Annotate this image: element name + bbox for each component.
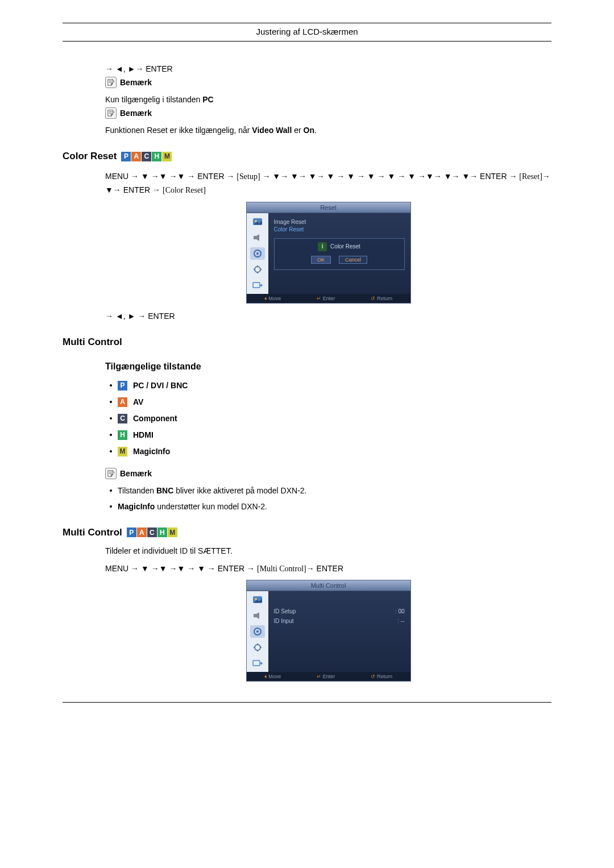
badge-icon: C xyxy=(118,414,127,423)
osd-cancel-button: Cancel xyxy=(339,256,367,264)
note-icon xyxy=(105,468,117,479)
svg-point-12 xyxy=(255,645,260,650)
osd-row: ID Setup : 00 xyxy=(274,608,405,614)
badge-m-icon: M xyxy=(162,152,172,161)
badge-h-icon: H xyxy=(152,152,161,161)
note-label: Bemærk xyxy=(120,469,152,478)
nav-sequence: → ◄, ► → ENTER xyxy=(105,312,551,321)
section-heading-multi-control-2: Multi Control P A C H M xyxy=(63,527,551,538)
osd-input-icon xyxy=(250,279,265,292)
badge-c-icon: C xyxy=(142,152,151,161)
badge-p-icon: P xyxy=(127,528,136,537)
svg-rect-2 xyxy=(254,236,256,239)
osd-item-selected: Color Reset xyxy=(274,226,405,232)
mode-label: Component xyxy=(133,414,177,423)
svg-point-5 xyxy=(255,267,260,272)
badge-h-icon: H xyxy=(157,528,167,537)
body-text: Tildeler et individuelt ID til SÆTTET. xyxy=(105,546,551,555)
badge-icon: H xyxy=(118,430,127,440)
osd-sound-icon xyxy=(250,231,265,244)
section-heading-multi-control: Multi Control xyxy=(63,337,551,348)
osd-dialog: i Color Reset OK Cancel xyxy=(274,238,405,270)
svg-point-1 xyxy=(255,220,257,222)
osd-title: Multi Control xyxy=(247,580,410,591)
note-label: Bemærk xyxy=(120,78,152,87)
mode-item: HHDMI xyxy=(110,430,551,440)
menu-path: MENU → ▼ →▼ →▼ → ENTER → [Setup] → ▼→ ▼→… xyxy=(105,170,551,197)
nav-sequence: → ◄, ►→ ENTER xyxy=(105,64,551,73)
osd-row: ID Input : -- xyxy=(274,618,405,624)
badge-m-icon: M xyxy=(168,528,177,537)
osd-picture-icon xyxy=(250,215,265,228)
badge-a-icon: A xyxy=(131,152,141,161)
svg-rect-9 xyxy=(254,614,256,617)
mode-label: HDMI xyxy=(133,430,154,439)
osd-setup-icon xyxy=(250,625,265,638)
badge-icon: P xyxy=(118,381,127,391)
svg-rect-13 xyxy=(253,661,260,666)
menu-path: MENU → ▼ →▼ →▼ → ▼ → ENTER → [Multi Cont… xyxy=(105,562,551,576)
badge-p-icon: P xyxy=(121,152,131,161)
mode-item: MMagicInfo xyxy=(110,447,551,456)
osd-picture-icon xyxy=(250,593,265,606)
osd-setup-icon xyxy=(250,247,265,260)
mode-item: PPC / DVI / BNC xyxy=(110,381,551,391)
page-title: Justering af LCD-skærmen xyxy=(63,27,551,41)
note-icon xyxy=(105,107,117,119)
osd-footer: ♦ Move ↵ Enter ↺ Return xyxy=(247,672,410,681)
osd-item: Image Reset xyxy=(274,219,405,225)
body-text: Kun tilgængelig i tilstanden PC xyxy=(105,95,551,104)
osd-footer: ♦ Move ↵ Enter ↺ Return xyxy=(247,294,410,303)
svg-point-11 xyxy=(256,630,259,633)
osd-screenshot-reset: Reset Image Reset Color Reset i Color R xyxy=(246,202,411,304)
osd-sound-icon xyxy=(250,609,265,622)
mode-item: CComponent xyxy=(110,414,551,423)
mode-label: MagicInfo xyxy=(133,447,170,456)
osd-ok-button: OK xyxy=(311,256,331,264)
osd-screenshot-multi-control: Multi Control ID Setup : 00 ID Input xyxy=(246,580,411,682)
info-icon: i xyxy=(318,242,327,251)
svg-point-4 xyxy=(256,252,259,255)
badge-c-icon: C xyxy=(147,528,157,537)
svg-rect-6 xyxy=(253,283,260,288)
badge-icon: M xyxy=(118,447,127,456)
mode-label: PC / DVI / BNC xyxy=(133,381,188,390)
list-item: MagicInfo understøtter kun model DXN-2. xyxy=(110,502,551,511)
note-icon xyxy=(105,77,117,88)
osd-input-icon xyxy=(250,657,265,670)
mode-label: AV xyxy=(133,397,143,406)
badge-icon: A xyxy=(118,397,127,407)
osd-title: Reset xyxy=(247,202,410,213)
list-item: Tilstanden BNC bliver ikke aktiveret på … xyxy=(110,486,551,495)
badge-a-icon: A xyxy=(137,528,147,537)
section-heading-color-reset: Color Reset P A C H M xyxy=(63,151,551,162)
sub-heading-modes: Tilgængelige tilstande xyxy=(105,362,551,372)
osd-settings-icon xyxy=(250,263,265,276)
note-label: Bemærk xyxy=(120,109,152,118)
mode-item: AAV xyxy=(110,397,551,407)
body-text: Funktionen Reset er ikke tilgængelig, nå… xyxy=(105,126,551,135)
osd-settings-icon xyxy=(250,641,265,654)
svg-point-8 xyxy=(255,598,257,600)
